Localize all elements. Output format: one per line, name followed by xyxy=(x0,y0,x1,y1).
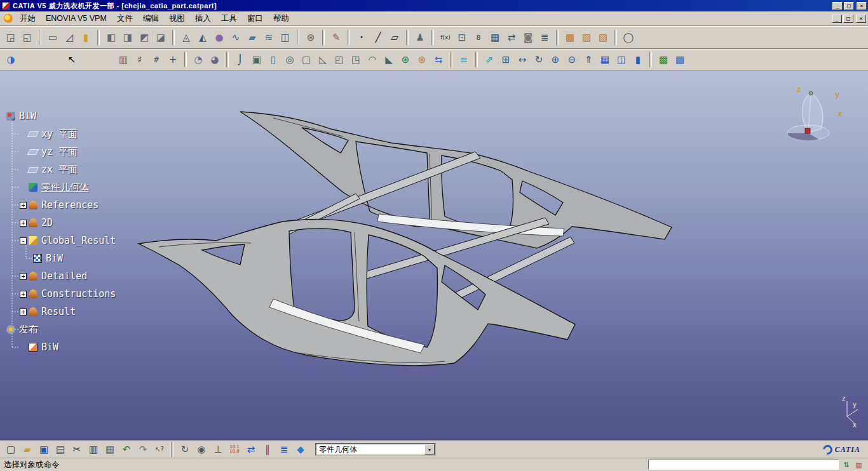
pan-icon[interactable]: ↔ xyxy=(514,51,531,68)
work-support-checker-icon[interactable]: ▩ xyxy=(655,51,672,68)
menu-item[interactable]: 插入 xyxy=(190,11,216,26)
tree-expander[interactable]: + xyxy=(20,308,27,315)
power-input-field[interactable] xyxy=(648,460,839,470)
fillet-icon[interactable]: ◠ xyxy=(364,51,381,68)
tree-item[interactable]: xy 平面 xyxy=(4,125,156,143)
compass-base-handle[interactable] xyxy=(805,128,810,133)
copy-icon[interactable]: ▥ xyxy=(85,441,102,458)
plane-icon[interactable]: ▱ xyxy=(386,29,403,46)
quick-view-icon[interactable]: ◫ xyxy=(613,51,630,68)
line-icon[interactable]: ╱ xyxy=(370,29,386,46)
scale-values-icon[interactable]: 10.1 10.0 xyxy=(226,441,243,458)
design-table-icon[interactable]: ▦ xyxy=(487,29,503,46)
select-arrow-icon[interactable]: ↖ xyxy=(64,51,80,68)
tree-expander[interactable]: + xyxy=(20,220,27,227)
hidden-line-icon[interactable]: ◩ xyxy=(136,29,153,46)
knowledge-rule-icon[interactable]: ⊡ xyxy=(454,29,470,46)
measure-ruler-icon[interactable]: ▭ xyxy=(44,29,61,46)
tree-item[interactable]: 发布 xyxy=(4,321,156,338)
update-gear-green-icon[interactable]: ⊛ xyxy=(397,51,414,68)
restore-button[interactable]: □ xyxy=(844,2,854,10)
enovia-open-icon[interactable]: ◲ xyxy=(3,29,19,46)
snap-point-checker-icon[interactable]: ▩ xyxy=(672,51,688,68)
tree-item[interactable]: 零件几何体 xyxy=(4,178,156,196)
box-icon[interactable]: ▢ xyxy=(298,51,315,68)
update-gear-orange-icon[interactable]: ⊛ xyxy=(414,51,430,68)
menu-item[interactable]: 帮助 xyxy=(268,11,294,26)
spec-list-icon[interactable]: ≣ xyxy=(276,441,292,458)
minimize-button[interactable]: _ xyxy=(832,2,843,10)
parameters-icon[interactable]: 8 xyxy=(470,29,487,46)
new-document-icon[interactable]: ▢ xyxy=(3,441,19,458)
save-icon[interactable]: ▣ xyxy=(36,441,52,458)
grid-icon[interactable]: ♯ xyxy=(132,51,148,68)
viewport-3d[interactable]: z y x z y x BiW xyxy=(0,70,868,441)
tube-icon[interactable]: ◎ xyxy=(281,51,298,68)
reorder-list-icon[interactable]: ≣ xyxy=(536,29,553,46)
normal-view-icon[interactable]: ⇑ xyxy=(580,51,597,68)
measure-item-icon[interactable]: ◿ xyxy=(61,29,78,46)
material-sphere-icon[interactable]: ◕ xyxy=(207,51,223,68)
offset-surface-icon[interactable]: ◫ xyxy=(277,29,294,46)
fly-mode-icon[interactable]: ⇗ xyxy=(481,51,498,68)
start-workbench-icon[interactable] xyxy=(4,14,13,23)
perspective-view-icon[interactable]: ◪ xyxy=(153,29,169,46)
menu-item[interactable]: 开始 xyxy=(15,11,41,26)
point-icon[interactable]: • xyxy=(353,29,370,46)
close-button[interactable]: × xyxy=(857,2,867,10)
exchange-icon[interactable]: ⇆ xyxy=(430,51,447,68)
wedge-icon[interactable]: ◺ xyxy=(315,51,331,68)
zoom-out-icon[interactable]: ⊖ xyxy=(564,51,580,68)
sketcher-pencil-icon[interactable]: ✎ xyxy=(328,29,344,46)
enovia-save-icon[interactable]: ◱ xyxy=(19,29,36,46)
rotate-icon[interactable]: ↻ xyxy=(531,51,547,68)
menu-item[interactable]: 视图 xyxy=(164,11,190,26)
multi-view-icon[interactable]: ▦ xyxy=(597,51,613,68)
sphere-surface-icon[interactable]: ● xyxy=(211,29,227,46)
chamfer-icon[interactable]: ◣ xyxy=(381,51,397,68)
tree-item[interactable]: + Detailed xyxy=(4,267,156,285)
constraint-icon[interactable]: ‖ xyxy=(259,441,276,458)
menu-item[interactable]: 编辑 xyxy=(138,11,164,26)
mdi-close-button[interactable]: × xyxy=(856,15,866,23)
tree-item[interactable]: + 2D xyxy=(4,214,156,232)
shading-sphere-icon[interactable]: ◔ xyxy=(190,51,207,68)
compass-pivot-dot[interactable] xyxy=(809,91,813,95)
tree-item[interactable]: + Result xyxy=(4,303,156,321)
command-list-icon[interactable]: ▥ xyxy=(853,460,864,470)
tree-item[interactable]: BiW xyxy=(4,249,156,267)
orbit-hand-icon[interactable]: ◉ xyxy=(193,441,210,458)
extrude-surface-icon[interactable]: ◬ xyxy=(178,29,194,46)
view-plane-icon[interactable]: ▣ xyxy=(248,51,265,68)
active-body-combo[interactable]: 零件几何体 ▼ xyxy=(315,443,436,456)
open-document-icon[interactable]: ▰ xyxy=(19,441,36,458)
tree-expander[interactable]: - xyxy=(20,237,27,244)
pocket-icon[interactable]: ◳ xyxy=(348,51,364,68)
layers-icon[interactable]: ≡ xyxy=(456,51,472,68)
library-box-icon[interactable]: ▨ xyxy=(578,29,595,46)
macro-clipboard-icon[interactable]: ▥ xyxy=(115,51,132,68)
mass-properties-icon[interactable]: ▮ xyxy=(78,29,94,46)
formula-fx-icon[interactable]: f(x) xyxy=(437,29,454,46)
revolve-surface-icon[interactable]: ◭ xyxy=(194,29,211,46)
component-box-icon[interactable]: ▧ xyxy=(595,29,611,46)
redo-icon[interactable]: ↷ xyxy=(135,441,151,458)
catalog-box-icon[interactable]: ▩ xyxy=(562,29,578,46)
axis-target-icon[interactable]: + xyxy=(165,51,181,68)
view-compass[interactable]: z y x xyxy=(787,85,842,141)
knowledge-diamond-icon[interactable]: ◆ xyxy=(292,441,309,458)
synchronize-icon[interactable]: ↻ xyxy=(177,441,193,458)
shaded-view-icon[interactable]: ◧ xyxy=(103,29,119,46)
tree-expander[interactable]: + xyxy=(20,273,27,280)
combo-dropdown-arrow-icon[interactable]: ▼ xyxy=(424,444,435,454)
cylinder-icon[interactable]: ▯ xyxy=(265,51,281,68)
update-part-icon[interactable]: ⇄ xyxy=(243,441,259,458)
catia-app-icon[interactable] xyxy=(2,2,10,10)
pad-icon[interactable]: ◰ xyxy=(331,51,348,68)
tree-item[interactable]: - Global_Result xyxy=(4,232,156,249)
menu-item[interactable]: 文件 xyxy=(112,11,138,26)
whats-this-icon[interactable]: ↖? xyxy=(151,441,168,458)
settings-gear-icon[interactable]: ⊛ xyxy=(302,29,319,46)
tree-item[interactable]: BiW xyxy=(4,338,156,356)
tree-expander[interactable]: + xyxy=(20,202,27,209)
